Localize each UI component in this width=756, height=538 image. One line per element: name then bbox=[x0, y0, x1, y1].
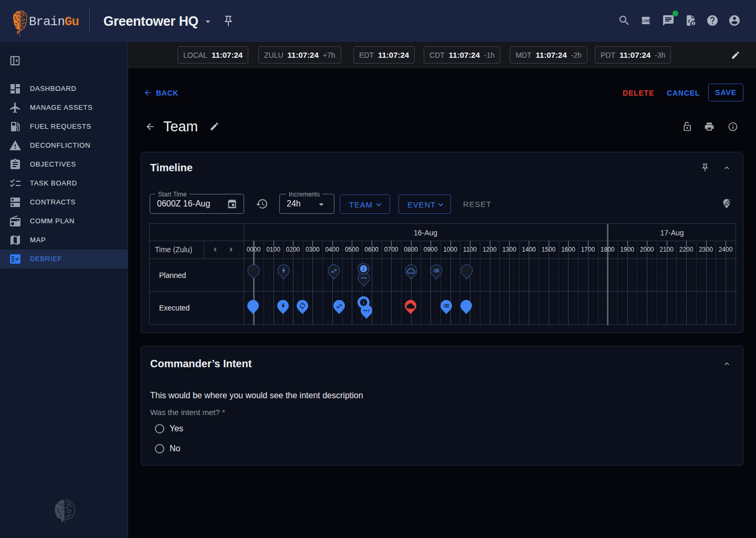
svg-text:LOG: LOG bbox=[642, 18, 650, 23]
